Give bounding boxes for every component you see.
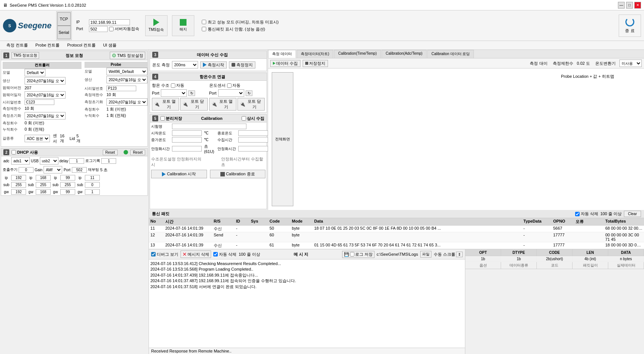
tms-info-request-button[interactable]: TMS 정보요청 <box>12 52 39 59</box>
calib-end-button[interactable]: Calibration 종료 <box>210 170 266 178</box>
reboot-value: 5 초 <box>100 167 108 173</box>
ctrl-serial-input[interactable] <box>25 99 54 105</box>
ip1-input[interactable] <box>11 175 26 181</box>
log-content[interactable]: 2024-07-16 13:53:16.412] Checking Measur… <box>149 259 465 348</box>
delay-input[interactable] <box>69 158 84 164</box>
sensor-type-select[interactable]: ADC 원본 <box>25 135 50 142</box>
log-input[interactable] <box>101 158 116 164</box>
ip-input[interactable] <box>89 19 130 25</box>
end-button[interactable]: 종 료 <box>619 15 641 37</box>
table-row: 11 2024-07-16 14:01:39 수신 - 50 byte 18 0… <box>149 226 644 232</box>
sub4-input[interactable] <box>85 182 100 188</box>
ip3-input[interactable] <box>60 175 75 181</box>
port-s2-input[interactable] <box>72 167 87 173</box>
log-auto-delete-checkbox[interactable] <box>213 252 218 256</box>
stable-time-input[interactable] <box>172 146 202 152</box>
probe-created-select[interactable]: 2024년07월16일 오후 <box>106 76 147 83</box>
end-temp-input[interactable] <box>238 130 268 136</box>
ctrl-meas-init-select[interactable]: 2024년07월16일 오후 <box>25 112 66 119</box>
comm-packet-checkbox[interactable] <box>202 27 206 31</box>
tms-info-setting-button[interactable]: ⚙ TMS 정보설정 <box>110 52 145 59</box>
measure-stop-button[interactable]: 측정정지 <box>229 61 255 68</box>
collect-time-input[interactable] <box>238 137 268 143</box>
temp-convert-select[interactable]: 미사용 <box>619 60 642 67</box>
gain-select[interactable]: AMf <box>44 166 62 173</box>
menu-item-ui[interactable]: UI 샘플 <box>100 41 120 49</box>
tcp-button[interactable]: TCP <box>57 12 71 26</box>
sub2-input[interactable] <box>36 182 51 188</box>
stop-button[interactable]: 해지 <box>172 15 194 36</box>
sensor-auto-checkbox[interactable] <box>227 83 232 88</box>
gw1-input[interactable] <box>11 189 26 195</box>
bath-port-select[interactable] <box>161 89 187 97</box>
max-perf-checkbox[interactable] <box>202 20 206 24</box>
ip2-input[interactable] <box>36 175 51 181</box>
probe-model-select[interactable]: Well96_Default <box>106 68 147 75</box>
exp-name-input[interactable] <box>172 124 246 129</box>
serial-button[interactable]: Serial <box>57 26 71 39</box>
tms-connect-button[interactable]: TMS접속 <box>145 15 168 36</box>
tab-measurement-data[interactable]: 측정 데이터 <box>268 50 296 58</box>
sub3-input[interactable] <box>60 182 75 188</box>
stable-time2-input[interactable] <box>238 146 268 152</box>
sensor-port-select[interactable] <box>218 89 244 97</box>
log-save-checkbox[interactable] <box>350 252 354 256</box>
always-collect-checkbox[interactable] <box>242 116 246 121</box>
ctrl-model-select[interactable]: Default <box>25 69 45 76</box>
maximize-button[interactable]: □ <box>626 2 633 9</box>
file-button[interactable]: 파일 <box>420 251 431 258</box>
sep-save-checkbox[interactable] <box>160 116 165 121</box>
section-4-number: 4 <box>152 74 158 80</box>
usb-select[interactable]: usb2 <box>40 157 58 165</box>
start-temp-input[interactable] <box>172 130 202 136</box>
menu-item-probe[interactable]: Probe 컨트롤 <box>32 41 63 49</box>
tab-calibration-adc-temp[interactable]: Calibration(Adc/Temp) <box>382 50 427 58</box>
interval-select[interactable]: 200ms <box>172 61 198 68</box>
tab-calibration-data-load[interactable]: Calibraiton 데이터 로딩 <box>427 50 474 58</box>
ip4-input[interactable] <box>85 175 100 181</box>
ctrl-serial-label: 시리얼번호 <box>3 100 23 105</box>
sensor-port-close-button[interactable]: 🔌 포트 닫기 <box>237 98 265 111</box>
ctrl-created-select[interactable]: 2024년07월16일 오후 <box>25 77 66 84</box>
scroll-icon-button[interactable]: ⇕ <box>456 252 463 257</box>
ctrl-firmware-date-select[interactable]: 2024년07월16일 오후 <box>25 91 66 99</box>
save-stop-button[interactable]: 저장정지 <box>303 60 328 67</box>
menu-item-protocol[interactable]: Protocol 컨트롤 <box>64 41 99 49</box>
minimize-button[interactable]: — <box>618 2 625 9</box>
auto-connect-checkbox[interactable] <box>109 27 114 31</box>
debug-view-checkbox[interactable] <box>151 252 156 256</box>
clear-button[interactable]: Clear <box>624 211 641 217</box>
reset-button-1[interactable]: Reset <box>103 150 118 155</box>
auto-delete-checkbox[interactable] <box>575 212 580 216</box>
reset-button-2[interactable]: Reset <box>130 150 145 155</box>
calib-start-button[interactable]: Calibration 시작 <box>151 170 207 178</box>
menu-item-measurement[interactable]: 측정 컨트롤 <box>3 41 31 49</box>
ctrl-created-label: 생산 <box>3 78 23 83</box>
dhcp-checkbox[interactable] <box>12 150 16 154</box>
bath-refresh-button[interactable]: ↻ <box>188 90 195 96</box>
probe-serial-input[interactable] <box>106 86 136 91</box>
tab-measurement-chart[interactable]: 측정데이터(차트) <box>297 50 334 58</box>
sensor-refresh-button[interactable]: ↻ <box>246 90 252 96</box>
msg-delete-button[interactable]: ✕ 메시지 삭제 <box>181 251 211 258</box>
bath-port-close-button[interactable]: 🔌 포트 닫기 <box>180 98 207 111</box>
sub1-input[interactable] <box>11 182 26 188</box>
log-save-button[interactable]: 💾 로그 저장 <box>342 251 374 258</box>
close-button[interactable]: ✕ <box>634 2 641 9</box>
port-input[interactable] <box>89 26 108 32</box>
bath-auto-checkbox[interactable] <box>171 83 175 88</box>
data-panel: OPT DTYPE CODE LEN DATA 1b 1b 2b(ushort)… <box>465 249 644 354</box>
adc-select[interactable]: ads1 <box>11 157 30 165</box>
gw2-input[interactable] <box>36 189 51 195</box>
gw4-input[interactable] <box>85 189 100 195</box>
gw3-input[interactable] <box>60 189 75 195</box>
tab-calibration-time-temp[interactable]: Calibration(Time/Temp) <box>334 50 381 58</box>
bath-port-open-button[interactable]: 🔌 포트 열기 <box>152 98 179 111</box>
data-collect-button[interactable]: 데이터 수집 <box>270 60 300 67</box>
call-cycle-input[interactable] <box>19 167 34 173</box>
fullscreen-button[interactable]: 전체화면 <box>272 72 293 206</box>
inc-temp-input[interactable] <box>172 137 202 143</box>
sensor-port-open-button[interactable]: 🔌 포트 열기 <box>209 98 236 111</box>
probe-meas-init-select[interactable]: 2024년07월16일 오후 <box>106 98 147 106</box>
measure-start-button[interactable]: 측정시작 <box>200 61 227 68</box>
